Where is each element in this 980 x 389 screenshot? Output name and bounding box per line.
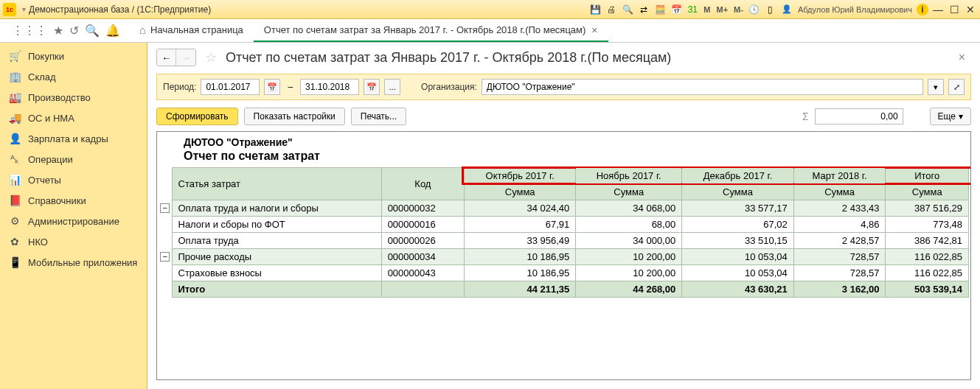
period-picker-button[interactable]: ...	[384, 79, 400, 95]
forward-button[interactable]: →	[176, 49, 195, 66]
sidebar-item-3[interactable]: 🚚ОС и НМА	[0, 108, 147, 128]
sum-display[interactable]	[815, 108, 903, 125]
tab-home-label: Начальная страница	[150, 24, 243, 35]
calendar-icon[interactable]: 📅	[670, 3, 683, 16]
col-sum: Сумма	[576, 184, 682, 200]
page-title: Отчет по счетам затрат за Январь 2017 г.…	[226, 50, 947, 66]
tab-home[interactable]: Начальная страница	[129, 19, 254, 42]
schedule-icon[interactable]: 31	[686, 3, 699, 16]
date-to-input[interactable]	[300, 79, 359, 95]
help-icon[interactable]: i	[917, 4, 928, 15]
table-row[interactable]: Налоги и сборы по ФОТ00000001667,9168,00…	[159, 217, 969, 233]
cell-label: Оплата труда и налоги и сборы	[172, 200, 381, 217]
org-dropdown-icon[interactable]: ▾	[928, 79, 944, 95]
date-from-input[interactable]	[201, 79, 260, 95]
sidebar-icon: 📊	[9, 174, 21, 186]
sidebar-item-2[interactable]: 🏭Производство	[0, 87, 147, 108]
sidebar-item-4[interactable]: 👤Зарплата и кадры	[0, 128, 147, 149]
titlebar-text: Демонстрационная база / (1С:Предприятие)	[29, 4, 211, 15]
sidebar-label: Мобильные приложения	[28, 257, 137, 268]
sidebar-item-1[interactable]: 🏢Склад	[0, 66, 147, 87]
table-row[interactable]: −Оплата труда и налоги и сборы0000000323…	[159, 200, 969, 217]
col-period-3: Март 2018 г.	[793, 168, 886, 184]
print-button[interactable]: Печать...	[351, 108, 406, 125]
tabbar: ⋮⋮⋮ ★ ↺ 🔍 🔔 Начальная страница Отчет по …	[0, 19, 980, 43]
cell-code	[381, 281, 464, 298]
sidebar-label: Склад	[28, 71, 56, 83]
titlebar: 1c ▾ Демонстрационная база / (1С:Предпри…	[0, 0, 980, 19]
collapse-icon[interactable]: −	[160, 252, 170, 262]
cell-label: Итого	[172, 281, 381, 298]
org-open-icon[interactable]: ⤢	[948, 79, 965, 95]
titlebar-toolbar: 💾 🖨 🔍 ⇄ 🧮 📅 31 M M+ M- 🕓 ▯ 👤 Абдулов Юри…	[588, 3, 977, 16]
cell-label: Прочие расходы	[172, 249, 381, 265]
report-title: Отчет по счетам затрат	[157, 150, 970, 167]
nav-group: ← →	[156, 49, 196, 66]
sidebar-icon: 📱	[9, 256, 21, 268]
back-button[interactable]: ←	[157, 49, 176, 66]
user-icon[interactable]: 👤	[780, 3, 793, 16]
history-icon[interactable]: ↺	[69, 24, 79, 38]
sidebar-item-0[interactable]: 🛒Покупки	[0, 46, 147, 66]
sidebar-item-10[interactable]: 📱Мобильные приложения	[0, 252, 147, 273]
preview-icon[interactable]: 🔍	[621, 3, 634, 16]
sidebar-item-5[interactable]: ᴬₖОперации	[0, 149, 147, 169]
search-icon[interactable]: 🔍	[85, 24, 100, 38]
col-code: Код	[381, 168, 464, 200]
clock-icon[interactable]: 🕓	[748, 3, 761, 16]
save-icon[interactable]: 💾	[588, 3, 602, 16]
cell-value: 4,86	[793, 217, 886, 233]
print-icon[interactable]: 🖨	[605, 3, 618, 16]
dropdown-icon[interactable]: ▾	[22, 5, 26, 13]
cell-value: 43 630,21	[682, 281, 794, 298]
form-button[interactable]: Сформировать	[156, 108, 238, 125]
col-sum: Сумма	[465, 184, 576, 200]
compare-icon[interactable]: ⇄	[637, 3, 650, 16]
sidebar-item-7[interactable]: 📕Справочники	[0, 190, 147, 211]
report-org: ДЮТОО "Отражение"	[157, 132, 970, 150]
collapse-icon[interactable]: −	[160, 203, 170, 213]
cell-label: Страховые взносы	[172, 265, 381, 281]
table-row[interactable]: Страховые взносы00000004310 186,9510 200…	[159, 265, 969, 281]
m-icon[interactable]: M	[702, 3, 712, 16]
calendar-to-icon[interactable]: 📅	[364, 79, 380, 95]
settings-button[interactable]: Показать настройки	[244, 108, 345, 125]
apps-icon[interactable]: ⋮⋮⋮	[12, 24, 47, 38]
table-row[interactable]: Итого44 211,3544 268,0043 630,213 162,00…	[159, 281, 969, 298]
user-name[interactable]: Абдулов Юрий Владимирович	[796, 3, 914, 16]
org-label: Организация:	[421, 82, 477, 92]
tab-report[interactable]: Отчет по счетам затрат за Январь 2017 г.…	[254, 19, 608, 42]
notify-icon[interactable]: 🔔	[105, 24, 120, 38]
sidebar-item-8[interactable]: ⚙Администрирование	[0, 211, 147, 231]
cell-value: 67,91	[465, 217, 576, 233]
cell-value: 33 510,15	[682, 233, 794, 249]
sidebar-item-6[interactable]: 📊Отчеты	[0, 169, 147, 190]
table-row[interactable]: −Прочие расходы00000003410 186,9510 200,…	[159, 249, 969, 265]
col-period-1: Ноябрь 2017 г.	[576, 168, 682, 184]
tab-close-icon[interactable]: ×	[591, 24, 597, 36]
cell-value: 34 000,00	[576, 233, 682, 249]
table-row[interactable]: Оплата труда00000002633 956,4934 000,003…	[159, 233, 969, 249]
cell-value: 503 539,14	[886, 281, 969, 298]
minimize-icon[interactable]: —	[931, 3, 945, 16]
col-period-0: Октябрь 2017 г.	[465, 168, 576, 184]
close-icon[interactable]: ✕	[964, 3, 977, 16]
sidebar-icon: 🏢	[9, 71, 21, 83]
more-button[interactable]: Еще▾	[930, 108, 971, 125]
m-minus-icon[interactable]: M-	[732, 3, 745, 16]
favorite-icon[interactable]: ★	[53, 24, 63, 38]
page-close-icon[interactable]: ×	[953, 51, 971, 64]
calculator-icon[interactable]: 🧮	[653, 3, 667, 16]
sidebar-icon: 🛒	[9, 50, 21, 62]
sidebar-item-9[interactable]: ✿НКО	[0, 231, 147, 252]
star-icon[interactable]: ☆	[205, 49, 217, 66]
col-sum: Сумма	[793, 184, 886, 200]
maximize-icon[interactable]: ☐	[948, 3, 961, 16]
org-input[interactable]	[482, 79, 923, 95]
m-plus-icon[interactable]: M+	[715, 3, 730, 16]
panel-icon[interactable]: ▯	[764, 3, 777, 16]
cell-value: 773,48	[886, 217, 969, 233]
cell-code: 000000026	[381, 233, 464, 249]
cell-code: 000000043	[381, 265, 464, 281]
calendar-from-icon[interactable]: 📅	[264, 79, 280, 95]
